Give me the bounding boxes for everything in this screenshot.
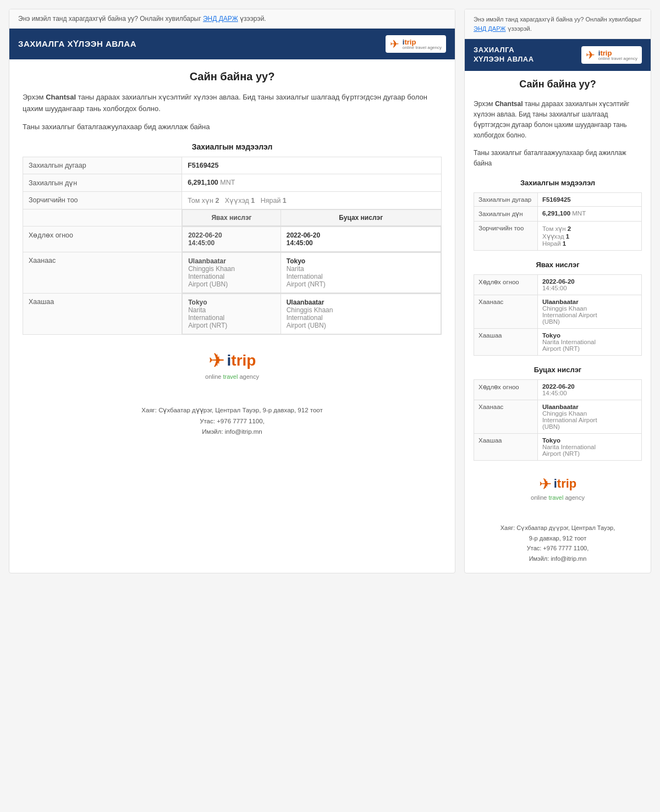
big-logo-left: ✈ itrip <box>208 349 256 372</box>
return-date-val-right: 2022-06-20 14:45:00 <box>537 379 641 400</box>
section-title-left: Захиалгын мэдээлэл <box>23 142 442 151</box>
intro-line2-left: Таны захиалгыг баталгаажуулахаар бид ажи… <box>23 121 442 133</box>
depart-to-row-right: Хаашаа Tokyo Narita International Airpor… <box>474 328 642 355</box>
return-date: 2022-06-20 14:45:00 <box>280 227 441 252</box>
return-from-val-right: Ulaanbaatar Chinggis Khaan International… <box>537 400 641 433</box>
header-title-left: ЗАХИАЛГА ХҮЛЭЭН АВЛАА <box>18 39 136 49</box>
logo-footer-right: ✈ itrip online travel agency <box>474 466 642 510</box>
table-row-booking-number: Захиалгын дугаар F5169425 <box>23 157 442 174</box>
depart-date-row-right: Хөдлөх огноо 2022-06-20 14:45:00 <box>474 274 642 295</box>
return-to: Ulaanbaatar Chinggis Khaan International… <box>280 294 441 334</box>
section-title-right: Захиалгын мэдээлэл <box>474 179 642 187</box>
header-bar-left: ЗАХИАЛГА ХҮЛЭЭН АВЛАА ✈ itrip online tra… <box>9 29 455 59</box>
itrip-logo-left: ✈ itrip online travel agency <box>386 35 446 53</box>
itrip-logo-sub-right: online travel agency <box>598 56 637 61</box>
greeting-right: Сайн байна уу? <box>474 79 642 90</box>
label-booking-number-right: Захиалгын дугаар <box>474 192 538 206</box>
table-row-booking-amount-right: Захиалгын дүн 6,291,100 MNT <box>474 206 642 221</box>
return-to-val-right: Tokyo Narita International Airport (NRT) <box>537 433 641 460</box>
table-row-date: Хөдлөх огноо 2022-06-20 14:45:00 2022-06… <box>23 227 442 252</box>
left-email-card: Энэ имэйл танд харагдахгүй байна уу? Онл… <box>9 9 455 573</box>
value-booking-number-right: F5169425 <box>537 192 641 206</box>
label-booking-number: Захиалгын дугаар <box>23 157 182 174</box>
return-from: Tokyo Narita International Airport (NRT) <box>280 253 441 293</box>
value-from: Ulaanbaatar Chinggis Khaan International… <box>182 252 442 294</box>
return-table-right: Хөдлөх огноо 2022-06-20 14:45:00 Хаанаас… <box>474 379 642 461</box>
value-passengers-right: Том хүн 2 Хүүхэд 1 Нярай 1 <box>537 221 641 250</box>
depart-header: Явах нислэг <box>183 210 281 226</box>
table-row-booking-number-right: Захиалгын дугаар F5169425 <box>474 192 642 206</box>
depart-to-label-right: Хаашаа <box>474 328 538 355</box>
big-logo-icon-right: ✈ <box>539 475 552 493</box>
depart-from-val-right: Ulaanbaatar Chinggis Khaan International… <box>537 295 641 328</box>
return-header: Буцах нислэг <box>280 210 441 226</box>
flight-headers-container: Явах нислэг Буцах нислэг <box>182 209 441 226</box>
depart-date-val-right: 2022-06-20 14:45:00 <box>537 274 641 295</box>
banner-text-left: Энэ имэйл танд харагдахгүй байна уу? Онл… <box>18 15 203 23</box>
table-row-to: Хаашаа Tokyo Narita International Airpor… <box>23 294 442 335</box>
content-left: Сайн байна уу? Эрхэм Chantsal таны дараа… <box>9 59 455 400</box>
return-section-title-right: Буцах нислэг <box>474 366 642 374</box>
return-from-row-right: Хаанаас Ulaanbaatar Chinggis Khaan Inter… <box>474 400 642 433</box>
flight-header-empty <box>23 209 182 227</box>
info-table-left: Захиалгын дугаар F5169425 Захиалгын дүн … <box>23 157 442 335</box>
header-title-right-line1: ЗАХИАЛГА <box>474 46 534 55</box>
itrip-logo-sub-left: online travel agency <box>403 45 442 50</box>
label-passengers-right: Зорчигчийн тоо <box>474 221 538 250</box>
label-from: Хаанаас <box>23 252 182 294</box>
return-to-row-right: Хаашаа Tokyo Narita International Airpor… <box>474 433 642 460</box>
label-date: Хөдлөх огноо <box>23 227 182 252</box>
banner-suffix-left: үзээрэй. <box>240 15 266 23</box>
depart-to: Tokyo Narita International Airport (NRT) <box>183 294 281 334</box>
return-to-label-right: Хаашаа <box>474 433 538 460</box>
table-row-booking-amount: Захиалгын дүн 6,291,100 MNT <box>23 174 442 192</box>
info-table-right: Захиалгын дугаар F5169425 Захиалгын дүн … <box>474 192 642 251</box>
banner-link-left[interactable]: ЭНД ДАРЖ <box>203 15 238 23</box>
depart-date: 2022-06-20 14:45:00 <box>183 227 281 252</box>
intro-line2-right: Таны захиалгыг баталгаажуулахаар бид ажи… <box>474 148 642 169</box>
depart-section-title-right: Явах нислэг <box>474 261 642 269</box>
greeting-left: Сайн байна уу? <box>23 70 442 83</box>
top-banner-right: Энэ имэйл танд харагдахгүй байна уу? Онл… <box>465 9 651 39</box>
header-bar-right: ЗАХИАЛГА ХҮЛЭЭН АВЛАА ✈ itrip online tra… <box>465 39 651 71</box>
depart-from-row-right: Хаанаас Ulaanbaatar Chinggis Khaan Inter… <box>474 295 642 328</box>
depart-from: Ulaanbaatar Chinggis Khaan International… <box>183 253 281 293</box>
footer-address-left: Хаяг: Сүхбаатар дүүрэг, Централ Тауэр, 9… <box>9 400 455 446</box>
banner-link-right[interactable]: ЭНД ДАРЖ <box>474 25 506 32</box>
label-to: Хаашаа <box>23 294 182 335</box>
right-email-card: Энэ имэйл танд харагдахгүй байна уу? Онл… <box>464 9 651 573</box>
itrip-logo-right: ✈ itrip online travel agency <box>581 46 642 64</box>
itrip-logo-icon-right: ✈ <box>586 48 595 62</box>
table-row-from: Хаанаас Ulaanbaatar Chinggis Khaan Inter… <box>23 252 442 294</box>
value-passengers: Том хүн 2 Хүүхэд 1 Нярай 1 <box>182 192 442 209</box>
big-logo-icon-left: ✈ <box>208 349 225 372</box>
value-dates: 2022-06-20 14:45:00 2022-06-20 14:45:00 <box>182 227 442 252</box>
flight-header-row: Явах нислэг Буцах нислэг <box>23 209 442 227</box>
top-banner-left: Энэ имэйл танд харагдахгүй байна уу? Онл… <box>9 9 455 29</box>
itrip-logo-icon-left: ✈ <box>390 37 399 51</box>
flight-headers-table: Явах нислэг Буцах нислэг <box>182 209 441 226</box>
big-logo-sub-left: online travel agency <box>23 373 442 380</box>
value-to: Tokyo Narita International Airport (NRT)… <box>182 294 442 335</box>
intro-text-right: Эрхэм Chantsal таны дараах захиалгын хүс… <box>474 99 642 141</box>
logo-footer-left: ✈ itrip online travel agency <box>23 340 442 389</box>
depart-table-right: Хөдлөх огноо 2022-06-20 14:45:00 Хаанаас… <box>474 274 642 356</box>
depart-from-label-right: Хаанаас <box>474 295 538 328</box>
table-row-passengers: Зорчигчийн тоо Том хүн 2 Хүүхэд 1 Нярай … <box>23 192 442 209</box>
return-date-label-right: Хөдлөх огноо <box>474 379 538 400</box>
value-booking-amount: 6,291,100 MNT <box>182 174 442 192</box>
intro-text-left: Эрхэм Chantsal таны дараах захиалгын хүс… <box>23 92 442 115</box>
banner-text-right: Энэ имэйл танд харагдахгүй байна уу? Онл… <box>474 16 641 23</box>
return-date-row-right: Хөдлөх огноо 2022-06-20 14:45:00 <box>474 379 642 400</box>
depart-date-label-right: Хөдлөх огноо <box>474 274 538 295</box>
banner-suffix-right: үзээрэй. <box>508 25 532 32</box>
label-passengers: Зорчигчийн тоо <box>23 192 182 209</box>
footer-address-right: Хаяг: Сүхбаатар дүүрэг, Централ Тауэр, 9… <box>465 517 651 573</box>
depart-to-val-right: Tokyo Narita International Airport (NRT) <box>537 328 641 355</box>
return-from-label-right: Хаанаас <box>474 400 538 433</box>
label-booking-amount: Захиалгын дүн <box>23 174 182 192</box>
label-booking-amount-right: Захиалгын дүн <box>474 206 538 221</box>
value-booking-amount-right: 6,291,100 MNT <box>537 206 641 221</box>
big-logo-sub-right: online travel agency <box>474 494 642 501</box>
big-logo-right: ✈ itrip <box>539 475 577 493</box>
